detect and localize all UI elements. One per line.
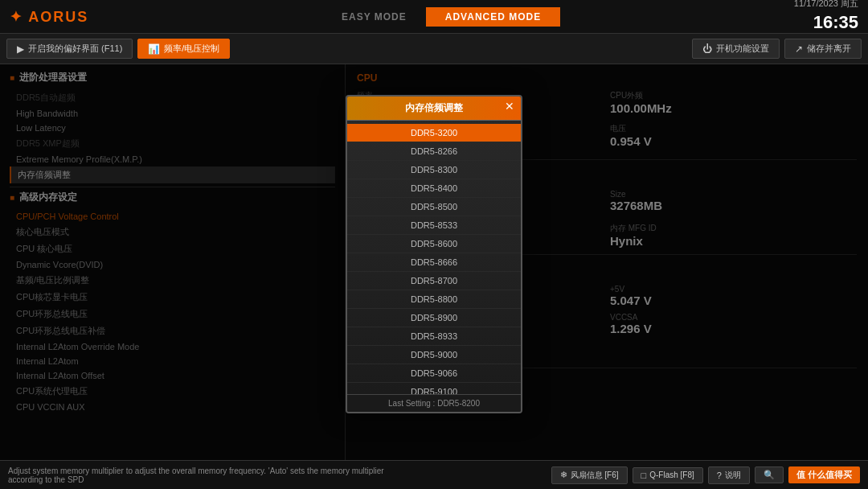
main-content: 进阶处理器设置 DDR5自动超频 High Bandwidth Low Late… (0, 64, 868, 460)
modal-item-ddr5-8300[interactable]: DDR5-8300 (347, 161, 521, 179)
datetime-display: 11/17/2023 周五 16:35 (794, 0, 858, 35)
modal-item-ddr5-8800[interactable]: DDR5-8800 (347, 290, 521, 309)
modal-item-ddr5-9066[interactable]: DDR5-9066 (347, 364, 521, 383)
top-bar: ✦ AORUS EASY MODE ADVANCED MODE 11/17/20… (0, 0, 868, 34)
advanced-mode-button[interactable]: ADVANCED MODE (426, 7, 560, 27)
help-icon: ? (717, 471, 722, 480)
preference-button[interactable]: ▶ 开启我的偏好界面 (F11) (6, 39, 133, 59)
modal-item-ddr5-8900[interactable]: DDR5-8900 (347, 309, 521, 327)
fan-icon: ❄ (560, 470, 567, 480)
save-exit-button[interactable]: ↗ 储存并离开 (784, 39, 862, 59)
modal-item-ddr5-8500[interactable]: DDR5-8500 (347, 198, 521, 216)
freq-voltage-button[interactable]: 📊 频率/电压控制 (137, 39, 230, 59)
modal-item-ddr5-3200[interactable]: DDR5-3200 (347, 124, 521, 142)
easy-mode-button[interactable]: EASY MODE (322, 7, 426, 27)
power-icon: ⏻ (702, 43, 712, 55)
power-button[interactable]: ⏻ 开机功能设置 (692, 39, 780, 59)
preference-icon: ▶ (17, 43, 24, 55)
modal-list[interactable]: DDR5-3200 DDR5-8266 DDR5-8300 DDR5-8400 … (347, 121, 521, 394)
freq-icon: 📊 (148, 43, 160, 55)
modal-item-ddr5-8700[interactable]: DDR5-8700 (347, 272, 521, 290)
bottom-description: Adjust system memory multiplier to adjus… (8, 466, 410, 484)
modal-overlay: 内存倍频调整 ✕ DDR5-3200 DDR5-8266 DDR5-8300 D… (0, 64, 868, 460)
modal-footer: Last Setting : DDR5-8200 (347, 394, 521, 412)
logo: ✦ AORUS (10, 8, 88, 26)
modal-item-ddr5-9100[interactable]: DDR5-9100 (347, 383, 521, 394)
date-text: 11/17/2023 周五 (794, 0, 858, 10)
nav-bar: ▶ 开启我的偏好界面 (F11) 📊 频率/电压控制 ⏻ 开机功能设置 ↗ 储存… (0, 34, 868, 64)
search-icon: 🔍 (764, 470, 775, 480)
fan-info-button[interactable]: ❄ 风扇信息 [F6] (551, 466, 628, 484)
modal-item-ddr5-8666[interactable]: DDR5-8666 (347, 253, 521, 272)
memory-multiplier-modal: 内存倍频调整 ✕ DDR5-3200 DDR5-8266 DDR5-8300 D… (346, 95, 522, 413)
time-text: 16:35 (794, 10, 858, 35)
mode-switcher: EASY MODE ADVANCED MODE (322, 7, 560, 27)
qflash-button[interactable]: □ Q-Flash [F8] (633, 467, 703, 483)
modal-item-ddr5-8266[interactable]: DDR5-8266 (347, 142, 521, 161)
help-button[interactable]: ? 说明 (708, 466, 750, 484)
modal-close-button[interactable]: ✕ (505, 100, 514, 113)
modal-title: 内存倍频调整 (347, 97, 521, 121)
watermark: 值 什么值得买 (788, 466, 860, 483)
modal-item-ddr5-9000[interactable]: DDR5-9000 (347, 346, 521, 364)
modal-item-ddr5-8933[interactable]: DDR5-8933 (347, 327, 521, 346)
modal-item-ddr5-8400[interactable]: DDR5-8400 (347, 179, 521, 198)
bottom-buttons: ❄ 风扇信息 [F6] □ Q-Flash [F8] ? 说明 🔍 值 什么值得… (551, 466, 860, 484)
save-icon: ↗ (795, 43, 803, 55)
modal-item-ddr5-8533[interactable]: DDR5-8533 (347, 216, 521, 235)
search-button[interactable]: 🔍 (755, 466, 784, 483)
bottom-bar: Adjust system memory multiplier to adjus… (0, 460, 868, 489)
qflash-icon: □ (641, 471, 647, 480)
modal-item-ddr5-8600[interactable]: DDR5-8600 (347, 235, 521, 253)
